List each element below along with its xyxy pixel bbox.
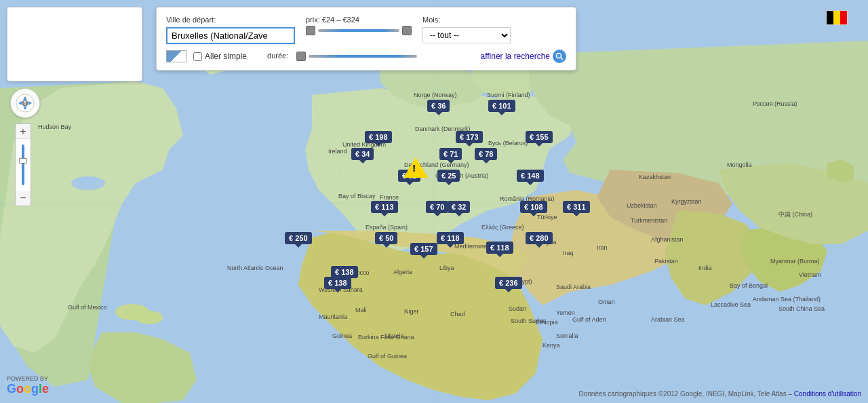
duree-section: durée:: [267, 52, 417, 61]
price-marker-m8[interactable]: € 78: [475, 148, 497, 160]
svg-point-1: [71, 176, 105, 190]
svg-point-12: [557, 54, 561, 58]
price-marker-m6[interactable]: € 34: [351, 148, 374, 160]
price-slider-track: [318, 29, 399, 32]
price-marker-m20[interactable]: € 280: [526, 232, 553, 244]
price-marker-m7[interactable]: € 71: [439, 148, 462, 160]
pan-control[interactable]: [10, 88, 40, 118]
google-logo: POWERED BY Google: [7, 375, 49, 396]
aller-simple-checkbox[interactable]: [193, 52, 202, 61]
search-icon: [553, 50, 566, 63]
price-marker-m1[interactable]: € 36: [427, 100, 450, 112]
affiner-link[interactable]: affiner la recherche: [480, 50, 566, 63]
zoom-out-button[interactable]: −: [16, 191, 31, 206]
flag-black: [827, 11, 833, 24]
mois-select[interactable]: -- tout -- Janvier Février Mars Avril Ma…: [422, 27, 511, 43]
price-label: prix: €24 – €324: [306, 16, 412, 24]
price-marker-m3[interactable]: € 198: [365, 131, 392, 143]
aller-simple-label[interactable]: Aller simple: [193, 52, 247, 61]
price-marker-m21[interactable]: € 118: [486, 242, 513, 254]
price-marker-m24[interactable]: € 138: [324, 277, 351, 289]
duree-slider-thumb[interactable]: [296, 52, 306, 61]
google-text: Google: [7, 382, 49, 396]
powered-by-text: POWERED BY: [7, 375, 49, 382]
price-slider-right-thumb[interactable]: [402, 26, 412, 35]
departure-input[interactable]: [166, 27, 295, 44]
price-marker-m18[interactable]: € 50: [375, 232, 397, 244]
zoom-in-button[interactable]: +: [16, 124, 31, 139]
price-marker-m11[interactable]: € 148: [517, 170, 544, 182]
search-panel: Ville de départ: prix: €24 – €324 Mois: …: [156, 7, 576, 71]
map-container: + − Ville de départ: prix: €24 – €324: [0, 0, 868, 403]
price-marker-m12[interactable]: € 113: [371, 201, 398, 213]
attribution: Données cartographiques ©2012 Google, IN…: [578, 390, 861, 398]
price-marker-m14[interactable]: € 32: [448, 201, 470, 213]
price-marker-m5[interactable]: € 155: [526, 131, 553, 143]
affiner-label: affiner la recherche: [480, 52, 550, 61]
price-marker-m17[interactable]: € 250: [285, 232, 312, 244]
color-swatch: [166, 50, 186, 62]
duree-slider-track: [309, 55, 417, 58]
mois-label: Mois:: [422, 16, 511, 24]
price-marker-m2[interactable]: € 101: [488, 100, 515, 112]
price-marker-m22[interactable]: € 157: [410, 243, 437, 255]
departure-label: Ville de départ:: [166, 16, 295, 24]
flag-red: [840, 11, 847, 24]
info-box: [7, 7, 142, 81]
price-marker-m16[interactable]: € 311: [563, 201, 590, 213]
warning-triangle: !: [403, 157, 428, 178]
price-marker-m10[interactable]: € 25: [437, 170, 460, 182]
price-slider[interactable]: [306, 26, 412, 35]
svg-point-3: [136, 311, 163, 324]
zoom-controls: + −: [15, 123, 31, 206]
price-marker-m15[interactable]: € 108: [520, 201, 547, 213]
price-marker-m4[interactable]: € 173: [456, 131, 483, 143]
svg-line-13: [561, 58, 563, 60]
pan-arrows-icon: [16, 94, 35, 113]
duree-label: durée:: [267, 52, 288, 60]
price-marker-m25[interactable]: € 236: [495, 277, 522, 289]
belgium-flag: [826, 10, 848, 25]
price-marker-m13[interactable]: € 70: [426, 201, 448, 213]
price-slider-left-thumb[interactable]: [306, 26, 315, 35]
conditions-link[interactable]: Conditions d'utilisation: [794, 390, 861, 398]
warning-marker[interactable]: !: [403, 157, 428, 178]
flag-yellow: [833, 11, 840, 24]
price-marker-m19[interactable]: € 118: [437, 232, 464, 244]
attribution-text: Données cartographiques ©2012 Google, IN…: [578, 390, 792, 398]
